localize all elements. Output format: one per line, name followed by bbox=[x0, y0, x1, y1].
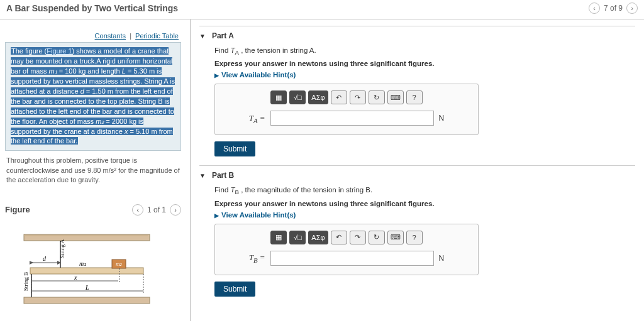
top-bar: A Bar Suspended by Two Vertical Strings … bbox=[0, 0, 644, 19]
constants-link[interactable]: Constants bbox=[95, 32, 126, 40]
keyboard-icon[interactable]: ⌨ bbox=[387, 231, 404, 244]
page-pager: ‹ 7 of 9 › bbox=[589, 3, 638, 14]
part-a-header[interactable]: ▼ Part A bbox=[199, 26, 635, 43]
part-a-answer-input[interactable] bbox=[270, 111, 434, 126]
part-b-variable: TB = bbox=[249, 253, 265, 264]
part-b-hints-toggle[interactable]: ▶View Available Hint(s) bbox=[214, 211, 635, 219]
part-a-body: Find TA , the tension in string A. Expre… bbox=[199, 43, 635, 159]
help-icon[interactable]: ? bbox=[406, 231, 423, 244]
keyboard-icon[interactable]: ⌨ bbox=[387, 90, 404, 104]
figure-prev-button[interactable]: ‹ bbox=[132, 204, 143, 216]
caret-down-icon: ▼ bbox=[199, 33, 206, 40]
m2-label: m₂ bbox=[116, 261, 123, 267]
templates-icon[interactable]: ▦ bbox=[270, 231, 287, 244]
figure-indicator: 1 of 1 bbox=[147, 205, 166, 214]
left-column: Constants | Periodic Table The figure (F… bbox=[0, 19, 191, 321]
problem-statement: The figure (Figure 1) shows a model of a… bbox=[5, 42, 181, 151]
part-a-hints-toggle[interactable]: ▶View Available Hint(s) bbox=[214, 71, 635, 79]
figure-next-button[interactable]: › bbox=[170, 204, 181, 216]
part-b-header[interactable]: ▼ Part B bbox=[199, 165, 635, 182]
part-a-variable: TA = bbox=[249, 113, 265, 124]
greek-icon[interactable]: ΑΣφ bbox=[308, 90, 328, 104]
part-a-toolbar: ▦ √□ ΑΣφ ↶ ↷ ↻ ⌨ ? bbox=[223, 90, 470, 104]
part-b-instruction: Express your answer in newtons using thr… bbox=[214, 200, 635, 207]
part-a-title: Part A bbox=[212, 31, 234, 40]
page-indicator: 7 of 9 bbox=[604, 4, 623, 13]
part-b-unit: N bbox=[439, 254, 445, 263]
part-b-prompt: Find TB , the magnitude of the tension i… bbox=[214, 186, 635, 195]
help-icon[interactable]: ? bbox=[406, 90, 423, 104]
fraction-icon[interactable]: √□ bbox=[289, 231, 306, 244]
figure-link[interactable]: Figure 1 bbox=[47, 47, 72, 55]
figure-image: String A String B m₂ m₁ d x L bbox=[5, 228, 181, 318]
part-b-submit-button[interactable]: Submit bbox=[214, 282, 255, 297]
part-b-answer-box: ▦ √□ ΑΣφ ↶ ↷ ↻ ⌨ ? TB = N bbox=[214, 224, 479, 275]
part-a-submit-button[interactable]: Submit bbox=[214, 141, 255, 156]
undo-icon[interactable]: ↶ bbox=[331, 90, 347, 104]
templates-icon[interactable]: ▦ bbox=[270, 90, 287, 104]
figure-pager: ‹ 1 of 1 › bbox=[132, 204, 181, 216]
figure-heading: Figure bbox=[5, 205, 30, 214]
problem-note: Throughout this problem, positive torque… bbox=[6, 156, 180, 185]
l-label: L bbox=[85, 284, 89, 291]
undo-icon[interactable]: ↶ bbox=[331, 231, 347, 244]
redo-icon[interactable]: ↷ bbox=[350, 231, 366, 244]
periodic-table-link[interactable]: Periodic Table bbox=[135, 32, 179, 40]
caret-right-icon: ▶ bbox=[214, 72, 219, 79]
part-b-answer-input[interactable] bbox=[270, 251, 434, 266]
string-a-label: String A bbox=[59, 239, 65, 258]
m1-label: m₁ bbox=[79, 260, 86, 267]
part-a-instruction: Express your answer in newtons using thr… bbox=[214, 60, 635, 67]
reset-icon[interactable]: ↻ bbox=[369, 231, 385, 244]
reference-links: Constants | Periodic Table bbox=[8, 32, 179, 40]
part-a-answer-box: ▦ √□ ΑΣφ ↶ ↷ ↻ ⌨ ? TA = N bbox=[214, 84, 479, 135]
figure-header: Figure ‹ 1 of 1 › bbox=[5, 204, 181, 216]
reset-icon[interactable]: ↻ bbox=[369, 90, 385, 104]
part-b-title: Part B bbox=[212, 171, 234, 180]
right-column: ▼ Part A Find TA , the tension in string… bbox=[191, 19, 644, 321]
fraction-icon[interactable]: √□ bbox=[289, 90, 306, 104]
part-a-prompt: Find TA , the tension in string A. bbox=[214, 47, 635, 56]
x-label: x bbox=[74, 274, 77, 281]
redo-icon[interactable]: ↷ bbox=[350, 90, 366, 104]
page-title: A Bar Suspended by Two Vertical Strings bbox=[6, 3, 178, 13]
svg-rect-2 bbox=[24, 297, 150, 304]
prev-page-button[interactable]: ‹ bbox=[589, 3, 600, 14]
next-page-button[interactable]: › bbox=[626, 3, 638, 14]
svg-rect-3 bbox=[30, 268, 143, 274]
caret-right-icon: ▶ bbox=[214, 212, 219, 219]
part-b-toolbar: ▦ √□ ΑΣφ ↶ ↷ ↻ ⌨ ? bbox=[223, 231, 470, 244]
part-a-unit: N bbox=[439, 114, 445, 123]
string-b-label: String B bbox=[23, 271, 29, 290]
d-label: d bbox=[43, 255, 47, 262]
part-b-body: Find TB , the magnitude of the tension i… bbox=[199, 182, 635, 298]
caret-down-icon: ▼ bbox=[199, 172, 206, 179]
greek-icon[interactable]: ΑΣφ bbox=[308, 231, 328, 244]
